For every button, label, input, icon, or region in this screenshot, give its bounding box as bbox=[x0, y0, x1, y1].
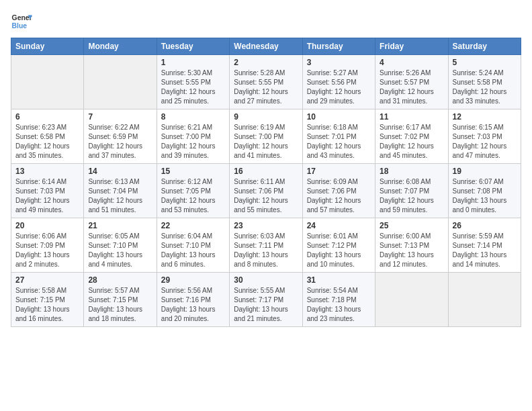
day-number: 30 bbox=[234, 275, 298, 285]
day-info: Sunrise: 6:06 AM Sunset: 7:09 PM Dayligh… bbox=[15, 232, 79, 269]
calendar-cell bbox=[84, 55, 157, 109]
day-info: Sunrise: 5:26 AM Sunset: 5:57 PM Dayligh… bbox=[380, 68, 443, 106]
week-row-4: 20Sunrise: 6:06 AM Sunset: 7:09 PM Dayli… bbox=[11, 218, 521, 273]
day-number: 5 bbox=[453, 58, 517, 67]
calendar-header: Sunday Monday Tuesday Wednesday Thursday… bbox=[11, 38, 521, 55]
day-info: Sunrise: 6:04 AM Sunset: 7:10 PM Dayligh… bbox=[161, 232, 225, 269]
day-number: 14 bbox=[88, 167, 152, 176]
day-number: 8 bbox=[161, 112, 225, 122]
day-number: 2 bbox=[234, 58, 298, 67]
day-number: 4 bbox=[380, 58, 443, 67]
calendar-cell: 18Sunrise: 6:08 AM Sunset: 7:07 PM Dayli… bbox=[375, 164, 448, 218]
calendar-cell: 26Sunrise: 5:59 AM Sunset: 7:14 PM Dayli… bbox=[448, 218, 521, 273]
day-info: Sunrise: 5:27 AM Sunset: 5:56 PM Dayligh… bbox=[307, 68, 371, 106]
calendar-cell: 21Sunrise: 6:05 AM Sunset: 7:10 PM Dayli… bbox=[84, 218, 157, 273]
day-number: 29 bbox=[161, 275, 225, 285]
day-number: 13 bbox=[15, 167, 79, 176]
calendar-body: 1Sunrise: 5:30 AM Sunset: 5:55 PM Daylig… bbox=[11, 55, 521, 327]
col-tuesday: Tuesday bbox=[157, 38, 229, 55]
day-number: 21 bbox=[88, 221, 152, 230]
day-info: Sunrise: 6:21 AM Sunset: 7:00 PM Dayligh… bbox=[161, 123, 225, 161]
day-info: Sunrise: 6:03 AM Sunset: 7:11 PM Dayligh… bbox=[234, 232, 298, 269]
day-info: Sunrise: 5:57 AM Sunset: 7:15 PM Dayligh… bbox=[88, 286, 152, 324]
day-number: 23 bbox=[234, 221, 298, 230]
day-info: Sunrise: 6:05 AM Sunset: 7:10 PM Dayligh… bbox=[88, 232, 152, 269]
day-info: Sunrise: 6:23 AM Sunset: 6:58 PM Dayligh… bbox=[15, 123, 79, 161]
logo: General Blue bbox=[11, 11, 32, 32]
day-number: 10 bbox=[307, 112, 371, 122]
day-info: Sunrise: 5:58 AM Sunset: 7:15 PM Dayligh… bbox=[15, 286, 79, 324]
day-number: 27 bbox=[15, 275, 79, 285]
calendar-cell: 25Sunrise: 6:00 AM Sunset: 7:13 PM Dayli… bbox=[375, 218, 448, 273]
day-info: Sunrise: 6:00 AM Sunset: 7:13 PM Dayligh… bbox=[380, 232, 443, 269]
day-info: Sunrise: 6:07 AM Sunset: 7:08 PM Dayligh… bbox=[453, 177, 517, 215]
col-saturday: Saturday bbox=[448, 38, 521, 55]
col-friday: Friday bbox=[375, 38, 448, 55]
calendar-cell: 1Sunrise: 5:30 AM Sunset: 5:55 PM Daylig… bbox=[157, 55, 229, 109]
day-number: 26 bbox=[453, 221, 517, 230]
day-info: Sunrise: 6:12 AM Sunset: 7:05 PM Dayligh… bbox=[161, 177, 225, 215]
calendar-cell: 27Sunrise: 5:58 AM Sunset: 7:15 PM Dayli… bbox=[11, 273, 84, 327]
day-number: 9 bbox=[234, 112, 298, 122]
calendar-cell: 17Sunrise: 6:09 AM Sunset: 7:06 PM Dayli… bbox=[302, 164, 375, 218]
day-number: 28 bbox=[88, 275, 152, 285]
calendar-cell: 4Sunrise: 5:26 AM Sunset: 5:57 PM Daylig… bbox=[375, 55, 448, 109]
week-row-1: 1Sunrise: 5:30 AM Sunset: 5:55 PM Daylig… bbox=[11, 55, 521, 109]
col-thursday: Thursday bbox=[302, 38, 375, 55]
day-number: 11 bbox=[380, 112, 443, 122]
calendar-cell: 9Sunrise: 6:19 AM Sunset: 7:00 PM Daylig… bbox=[230, 109, 302, 164]
calendar-cell: 24Sunrise: 6:01 AM Sunset: 7:12 PM Dayli… bbox=[302, 218, 375, 273]
day-info: Sunrise: 6:19 AM Sunset: 7:00 PM Dayligh… bbox=[234, 123, 298, 161]
day-number: 3 bbox=[307, 58, 371, 67]
calendar-table: Sunday Monday Tuesday Wednesday Thursday… bbox=[11, 38, 521, 327]
calendar-cell: 7Sunrise: 6:22 AM Sunset: 6:59 PM Daylig… bbox=[84, 109, 157, 164]
day-info: Sunrise: 5:24 AM Sunset: 5:58 PM Dayligh… bbox=[453, 68, 517, 106]
logo-icon: General Blue bbox=[11, 11, 32, 32]
svg-text:Blue: Blue bbox=[12, 22, 28, 30]
calendar-cell: 14Sunrise: 6:13 AM Sunset: 7:04 PM Dayli… bbox=[84, 164, 157, 218]
day-info: Sunrise: 6:18 AM Sunset: 7:01 PM Dayligh… bbox=[307, 123, 371, 161]
day-number: 16 bbox=[234, 167, 298, 176]
day-info: Sunrise: 6:17 AM Sunset: 7:02 PM Dayligh… bbox=[380, 123, 443, 161]
calendar-cell: 15Sunrise: 6:12 AM Sunset: 7:05 PM Dayli… bbox=[157, 164, 229, 218]
calendar-cell: 19Sunrise: 6:07 AM Sunset: 7:08 PM Dayli… bbox=[448, 164, 521, 218]
calendar-cell: 13Sunrise: 6:14 AM Sunset: 7:03 PM Dayli… bbox=[11, 164, 84, 218]
day-number: 24 bbox=[307, 221, 371, 230]
day-number: 17 bbox=[307, 167, 371, 176]
calendar-cell bbox=[448, 273, 521, 327]
calendar-cell: 12Sunrise: 6:15 AM Sunset: 7:03 PM Dayli… bbox=[448, 109, 521, 164]
calendar-cell: 3Sunrise: 5:27 AM Sunset: 5:56 PM Daylig… bbox=[302, 55, 375, 109]
day-info: Sunrise: 5:59 AM Sunset: 7:14 PM Dayligh… bbox=[453, 232, 517, 269]
calendar-cell: 8Sunrise: 6:21 AM Sunset: 7:00 PM Daylig… bbox=[157, 109, 229, 164]
header-row: Sunday Monday Tuesday Wednesday Thursday… bbox=[11, 38, 521, 55]
calendar-cell: 29Sunrise: 5:56 AM Sunset: 7:16 PM Dayli… bbox=[157, 273, 229, 327]
col-sunday: Sunday bbox=[11, 38, 84, 55]
day-number: 12 bbox=[453, 112, 517, 122]
day-number: 19 bbox=[453, 167, 517, 176]
day-info: Sunrise: 6:14 AM Sunset: 7:03 PM Dayligh… bbox=[15, 177, 79, 215]
week-row-5: 27Sunrise: 5:58 AM Sunset: 7:15 PM Dayli… bbox=[11, 273, 521, 327]
day-info: Sunrise: 5:55 AM Sunset: 7:17 PM Dayligh… bbox=[234, 286, 298, 324]
day-info: Sunrise: 6:13 AM Sunset: 7:04 PM Dayligh… bbox=[88, 177, 152, 215]
calendar-cell bbox=[11, 55, 84, 109]
day-info: Sunrise: 6:09 AM Sunset: 7:06 PM Dayligh… bbox=[307, 177, 371, 215]
calendar-cell: 16Sunrise: 6:11 AM Sunset: 7:06 PM Dayli… bbox=[230, 164, 302, 218]
col-wednesday: Wednesday bbox=[230, 38, 302, 55]
week-row-2: 6Sunrise: 6:23 AM Sunset: 6:58 PM Daylig… bbox=[11, 109, 521, 164]
col-monday: Monday bbox=[84, 38, 157, 55]
calendar-cell bbox=[375, 273, 448, 327]
calendar-cell: 2Sunrise: 5:28 AM Sunset: 5:55 PM Daylig… bbox=[230, 55, 302, 109]
day-info: Sunrise: 6:22 AM Sunset: 6:59 PM Dayligh… bbox=[88, 123, 152, 161]
day-number: 20 bbox=[15, 221, 79, 230]
day-number: 6 bbox=[15, 112, 79, 122]
day-info: Sunrise: 6:11 AM Sunset: 7:06 PM Dayligh… bbox=[234, 177, 298, 215]
week-row-3: 13Sunrise: 6:14 AM Sunset: 7:03 PM Dayli… bbox=[11, 164, 521, 218]
calendar-cell: 6Sunrise: 6:23 AM Sunset: 6:58 PM Daylig… bbox=[11, 109, 84, 164]
day-info: Sunrise: 6:15 AM Sunset: 7:03 PM Dayligh… bbox=[453, 123, 517, 161]
day-info: Sunrise: 6:01 AM Sunset: 7:12 PM Dayligh… bbox=[307, 232, 371, 269]
day-number: 22 bbox=[161, 221, 225, 230]
day-info: Sunrise: 6:08 AM Sunset: 7:07 PM Dayligh… bbox=[380, 177, 443, 215]
day-number: 15 bbox=[161, 167, 225, 176]
day-info: Sunrise: 5:28 AM Sunset: 5:55 PM Dayligh… bbox=[234, 68, 298, 106]
calendar-cell: 5Sunrise: 5:24 AM Sunset: 5:58 PM Daylig… bbox=[448, 55, 521, 109]
